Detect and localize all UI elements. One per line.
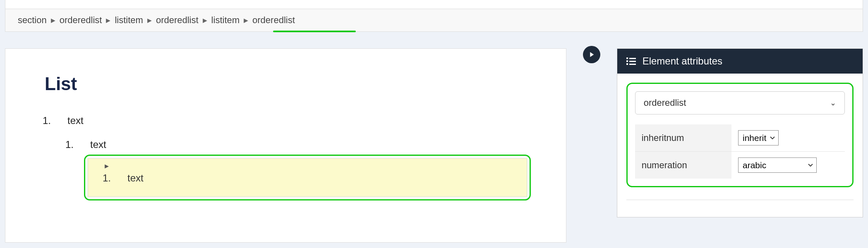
element-name-value: orderedlist (644, 98, 686, 108)
list-item[interactable]: 1. text (38, 115, 533, 126)
selected-list-container[interactable]: ▶ 1. text (84, 155, 531, 200)
numeration-select[interactable]: arabic (738, 157, 817, 173)
attr-label: inheritnum (635, 124, 731, 152)
chevron-right-icon: ▶ (51, 17, 55, 24)
list-level-3[interactable]: ▶ 1. text (88, 158, 527, 197)
panel-highlight: orderedlist ⌄ inheritnum inherit numerat… (626, 83, 854, 187)
chevron-right-icon: ▶ (244, 17, 248, 24)
panel-collapse-button[interactable] (583, 46, 600, 63)
workspace: List 1. text 1. text ▶ 1. text (0, 32, 868, 243)
list-item[interactable]: 1. text (61, 139, 533, 150)
panel-body: orderedlist ⌄ inheritnum inherit numerat… (617, 74, 863, 217)
breadcrumb: section ▶ orderedlist ▶ listitem ▶ order… (5, 9, 863, 32)
document-title[interactable]: List (45, 74, 533, 94)
list-level-1: 1. text 1. text ▶ 1. text (38, 115, 533, 200)
table-row: inheritnum inherit (635, 124, 845, 152)
breadcrumb-highlight (273, 31, 356, 32)
list-text[interactable]: text (127, 172, 144, 184)
play-icon (588, 51, 595, 58)
list-marker: 1. (38, 115, 51, 126)
attr-label: numeration (635, 152, 731, 179)
list-level-2: 1. text ▶ 1. text (61, 139, 533, 200)
element-name-dropdown[interactable]: orderedlist ⌄ (635, 91, 845, 114)
chevron-right-icon: ▶ (147, 17, 152, 24)
panel-title: Element attributes (643, 55, 722, 67)
list-icon (626, 57, 636, 65)
attributes-panel: Element attributes orderedlist ⌄ inherit… (617, 48, 863, 217)
list-item[interactable]: 1. text (98, 172, 518, 184)
editor-pane[interactable]: List 1. text 1. text ▶ 1. text (5, 48, 566, 243)
breadcrumb-item-listitem[interactable]: listitem (211, 15, 240, 26)
list-text[interactable]: text (90, 139, 533, 150)
list-marker: 1. (61, 139, 74, 150)
attr-value-cell: inherit (731, 124, 845, 152)
panel-header: Element attributes (617, 49, 863, 74)
attr-value-cell: arabic (731, 152, 845, 179)
panel-section-divider (626, 200, 854, 208)
list-marker: 1. (98, 172, 111, 184)
breadcrumb-item-orderedlist[interactable]: orderedlist (156, 15, 199, 26)
attributes-table: inheritnum inherit numeration arabic (635, 124, 845, 179)
breadcrumb-item-orderedlist[interactable]: orderedlist (60, 15, 102, 26)
breadcrumb-item-listitem[interactable]: listitem (115, 15, 143, 26)
breadcrumb-item-orderedlist[interactable]: orderedlist (252, 15, 295, 26)
chevron-down-icon: ⌄ (830, 98, 836, 107)
inheritnum-select[interactable]: inherit (738, 130, 779, 145)
caret-right-icon[interactable]: ▶ (105, 163, 518, 169)
breadcrumb-item-section[interactable]: section (18, 15, 47, 26)
chevron-right-icon: ▶ (106, 17, 110, 24)
list-text[interactable]: text (67, 115, 533, 126)
chevron-right-icon: ▶ (203, 17, 207, 24)
table-row: numeration arabic (635, 152, 845, 179)
toolbar-placeholder (5, 0, 863, 9)
